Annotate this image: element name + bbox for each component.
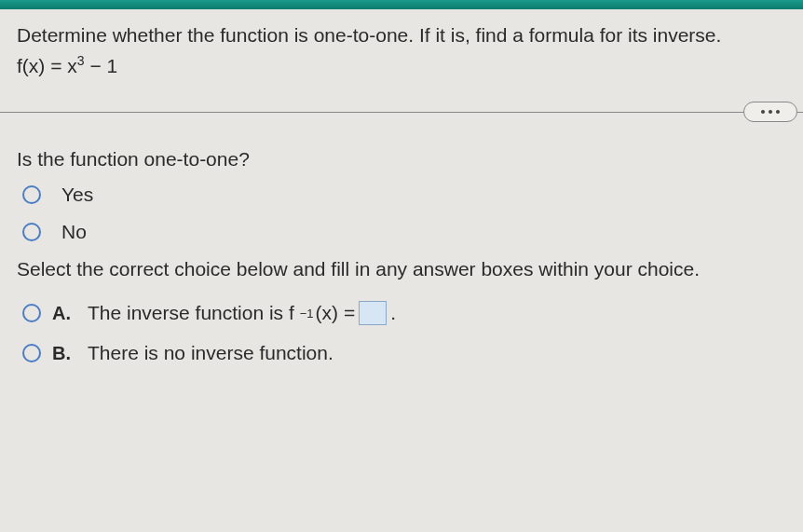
choice-a-prefix: The inverse function is f [88,302,294,324]
radio-no[interactable] [22,223,41,241]
radio-choice-a[interactable] [22,304,41,322]
choice-a-letter: A. [52,303,75,324]
choice-a-row[interactable]: A. The inverse function is f−1(x) = . [22,301,786,325]
choice-a-text: The inverse function is f−1(x) = . [88,301,396,325]
choice-instruction: Select the correct choice below and fill… [17,258,786,280]
sub-question: Is the function one-to-one? [17,148,786,171]
option-no-label: No [61,221,87,243]
window-top-bar [0,0,803,9]
formula-rhs: − 1 [85,55,118,76]
divider-line [0,112,803,113]
choice-a-sup: −1 [300,307,314,321]
radio-yes[interactable] [22,185,41,204]
formula-exponent: 3 [77,53,85,68]
dot-icon [776,110,780,114]
function-formula: f(x) = x3 − 1 [17,53,786,77]
more-options-button[interactable] [743,102,797,122]
divider-row [17,102,786,124]
option-yes-row[interactable]: Yes [22,184,786,206]
choice-b-letter: B. [52,343,75,364]
choice-b-row[interactable]: B. There is no inverse function. [22,342,786,364]
radio-choice-b[interactable] [22,344,41,362]
dot-icon [769,110,772,114]
formula-lhs: f(x) = x [17,55,77,76]
question-prompt: Determine whether the function is one-to… [17,22,786,48]
answer-input-box[interactable] [359,301,387,325]
choice-a-mid: (x) = [316,302,356,324]
question-content: Determine whether the function is one-to… [0,9,803,364]
choice-b-text: There is no inverse function. [88,342,333,364]
option-yes-label: Yes [61,184,93,206]
dot-icon [761,110,765,114]
option-no-row[interactable]: No [22,221,786,243]
choice-a-suffix: . [390,302,396,324]
